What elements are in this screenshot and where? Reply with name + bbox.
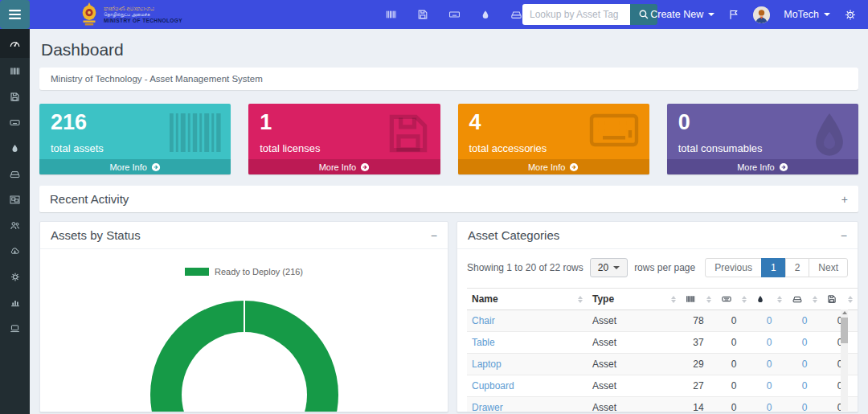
category-link[interactable]: Chair [472, 315, 495, 326]
chevron-down-icon [824, 13, 830, 16]
table-row: Cupboard Asset 27 0 0 0 0 [467, 375, 858, 397]
column-header-type[interactable]: Type [588, 289, 681, 310]
page-size-dropdown[interactable]: 20 [590, 258, 628, 277]
components-count-cell[interactable]: 0 [787, 354, 822, 375]
sidebar-item-accessories[interactable] [0, 109, 30, 135]
sidebar-toggle-button[interactable] [0, 0, 30, 29]
table-wrapper: Name Type [467, 288, 848, 412]
accessories-count-cell: 0 [716, 310, 751, 332]
consumables-count-cell[interactable]: 0 [751, 397, 787, 413]
assets-by-status-panel: Assets by Status − Ready to Deploy (216) [39, 221, 448, 412]
category-link[interactable]: Laptop [472, 359, 502, 370]
more-info-button[interactable]: More Info [248, 159, 440, 174]
pagination-next[interactable]: Next [809, 258, 848, 277]
table-scrollbar[interactable] [841, 309, 848, 411]
licenses-count-cell: 0 [822, 332, 858, 354]
chart-legend[interactable]: Ready to Deploy (216) [40, 267, 448, 277]
hdd-icon [792, 294, 803, 304]
category-link[interactable]: Drawer [472, 402, 503, 412]
components-count-cell[interactable]: 0 [787, 310, 822, 332]
flag-icon[interactable] [728, 9, 739, 20]
floppy-icon [384, 109, 432, 158]
table-row: Table Asset 37 0 0 0 0 [467, 332, 858, 354]
column-header-accessories[interactable] [716, 289, 751, 310]
assets-by-status-title: Assets by Status [51, 228, 141, 242]
sidebar-item-licenses[interactable] [0, 84, 30, 109]
category-link[interactable]: Cupboard [472, 380, 514, 391]
page-title: Dashboard [41, 40, 858, 59]
left-sidebar [0, 29, 30, 414]
tachometer-icon [9, 38, 21, 49]
user-menu[interactable]: MoTech [784, 9, 830, 20]
arrow-circle-right-icon [151, 162, 161, 172]
sidebar-item-settings[interactable] [0, 264, 30, 289]
search-input[interactable] [522, 4, 630, 25]
page-size-value: 20 [598, 262, 608, 273]
expand-button[interactable]: + [841, 194, 848, 205]
pagination-page-1[interactable]: 1 [761, 258, 786, 277]
collapse-button[interactable]: − [431, 230, 437, 241]
more-info-button[interactable]: More Info [458, 159, 649, 174]
assets-count-cell: 29 [681, 354, 716, 375]
sidebar-item-assets[interactable] [0, 58, 30, 84]
hamburger-icon [9, 10, 21, 19]
info-box-row: 216 total assets More Info 1 total licen… [39, 104, 858, 174]
floppy-icon[interactable] [417, 9, 428, 20]
sidebar-item-components[interactable] [0, 161, 30, 187]
more-info-button[interactable]: More Info [39, 159, 231, 174]
pagination-previous[interactable]: Previous [705, 258, 762, 277]
hdd-icon[interactable] [510, 9, 522, 20]
keyboard-icon [721, 294, 732, 304]
recent-activity-panel: Recent Activity + [39, 186, 858, 212]
components-count-cell[interactable]: 0 [787, 397, 822, 413]
scrollbar-thumb[interactable] [841, 318, 848, 343]
barcode-icon[interactable] [386, 9, 397, 20]
column-header-licenses[interactable] [822, 289, 858, 310]
category-link[interactable]: Table [472, 337, 495, 348]
user-name-label: MoTech [784, 9, 819, 20]
column-header-name[interactable]: Name [467, 289, 588, 310]
more-info-button[interactable]: More Info [667, 159, 858, 174]
droplet-icon [809, 109, 850, 159]
components-count-cell[interactable]: 0 [787, 332, 822, 354]
gear-icon [10, 272, 21, 282]
bar-chart-icon [10, 297, 21, 308]
droplet-icon[interactable] [481, 9, 490, 20]
sidebar-item-import[interactable] [0, 238, 30, 264]
components-count-cell[interactable]: 0 [787, 375, 822, 397]
collapse-button[interactable]: − [841, 230, 847, 241]
consumables-count-cell[interactable]: 0 [751, 354, 787, 375]
column-header-extra[interactable] [858, 289, 858, 310]
donut-segment-divider [244, 301, 245, 333]
users-icon [9, 220, 21, 231]
more-info-label: More Info [319, 162, 356, 172]
brand-line-english: MINISTRY OF TECHNOLOGY [104, 18, 182, 23]
brand-line-tamil: தொழில்நுட்ப அமைச்சு [104, 12, 182, 18]
create-new-menu[interactable]: Create New [650, 9, 714, 20]
consumables-count-cell[interactable]: 0 [751, 332, 787, 354]
sidebar-item-reports[interactable] [0, 289, 30, 315]
categories-table-area: Showing 1 to 20 of 22 rows 20 rows per p… [457, 249, 858, 412]
column-header-assets[interactable] [681, 289, 716, 310]
scroll-up-arrow-icon[interactable] [842, 311, 847, 314]
status-chart-area: Ready to Deploy (216) [40, 249, 448, 412]
sidebar-item-people[interactable] [0, 212, 30, 238]
keyboard-icon[interactable] [448, 9, 461, 20]
sidebar-item-requestable[interactable] [0, 315, 30, 341]
pagination-page-2[interactable]: 2 [785, 258, 810, 277]
user-avatar[interactable] [753, 6, 770, 23]
sort-icon [845, 296, 853, 303]
consumables-count-cell[interactable]: 0 [751, 375, 787, 397]
settings-cogs-icon[interactable] [844, 9, 857, 21]
consumables-count-cell[interactable]: 0 [751, 310, 787, 332]
sidebar-item-dashboard[interactable] [0, 29, 30, 58]
pagination: Previous 1 2 Next [705, 258, 848, 277]
column-header-consumables[interactable] [751, 289, 787, 310]
sidebar-item-predefined-kits[interactable] [0, 187, 30, 212]
floppy-icon [10, 92, 20, 102]
ministry-logo[interactable]: තාක්ෂණ අමාත්‍යාංශය தொழில்நுட்ப அமைச்சு M… [80, 2, 182, 27]
licenses-count-cell: 0 [822, 375, 858, 397]
info-box-total-consumables: 0 total consumables More Info [667, 104, 858, 174]
sidebar-item-consumables[interactable] [0, 135, 30, 161]
column-header-components[interactable] [787, 289, 822, 310]
